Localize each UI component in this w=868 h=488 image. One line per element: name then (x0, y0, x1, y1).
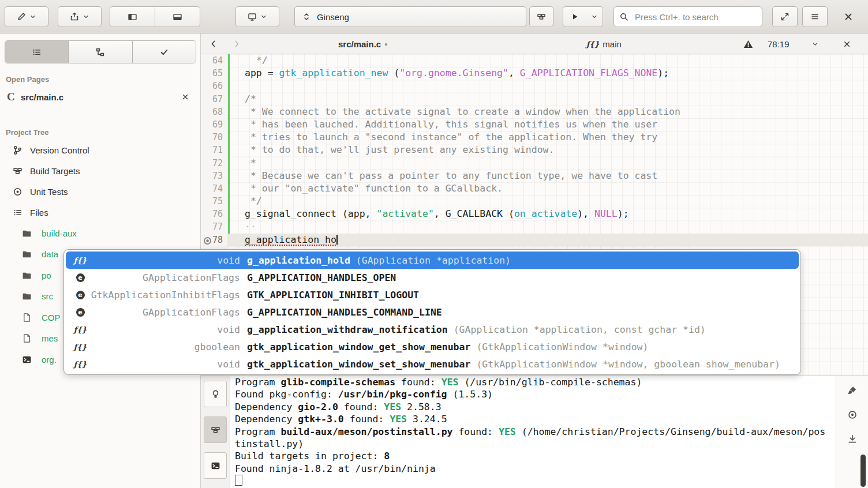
clear-log-brush-icon[interactable] (843, 381, 862, 400)
chevron-down-icon (29, 13, 36, 20)
project-configuration-selector[interactable]: Ginseng (294, 6, 526, 27)
close-editor-button[interactable] (843, 33, 851, 54)
expand-icon (780, 12, 790, 21)
current-symbol-button[interactable]: ƒ{} main (586, 33, 622, 54)
code-line-76[interactable]: 76g_signal_connect (app, "activate", G_C… (201, 208, 868, 220)
tree-icon (95, 47, 105, 57)
code-line-73[interactable]: 73 * Because we can't pass a pointer to … (201, 170, 868, 182)
terminal-tab-button[interactable] (204, 452, 227, 479)
navigate-back-button[interactable] (209, 33, 218, 54)
code-line-69[interactable]: 69 * has been lauched. Additionally, thi… (201, 118, 868, 131)
code-line-64[interactable]: 64 */ (201, 54, 868, 67)
code-line-71[interactable]: 71 * to do that, we'll just present any … (201, 144, 868, 156)
lightbulb-icon (211, 389, 220, 399)
log-scrollbar-thumb[interactable] (860, 455, 866, 487)
modified-indicator: • (384, 39, 387, 49)
code-text: g_application_ho (227, 234, 868, 246)
completion-params: (GtkApplicationWindow *window) (476, 341, 648, 352)
line-number[interactable]: 64 (201, 54, 227, 67)
code-text: /* (227, 93, 868, 106)
completion-name: g_application_hold (247, 255, 350, 266)
c-language-icon: C (7, 91, 21, 103)
project-name-label: Ginseng (317, 12, 349, 22)
code-text: * Because we can't pass a pointer to any… (227, 170, 868, 182)
diagnostics-warning-icon[interactable] (743, 33, 753, 54)
file-icon (22, 333, 42, 343)
code-line-75[interactable]: 75 */ (201, 195, 868, 208)
checkmark-icon (159, 47, 169, 57)
terminal-icon (211, 461, 220, 471)
tree-item-unit-tests[interactable]: Unit Tests (0, 181, 201, 202)
build-output-tab-button[interactable] (204, 416, 227, 443)
completion-item-gtk-application-window-set-show-menubar[interactable]: ƒ{}voidgtk_application_window_set_show_m… (66, 355, 799, 373)
toggle-bottom-panel-button[interactable] (155, 7, 200, 27)
line-number[interactable]: 70 (201, 131, 227, 144)
build-log-line: Found ninja-1.8.2 at /usr/bin/ninja (235, 463, 836, 475)
function-icon: ƒ{} (72, 343, 89, 351)
headerbar: Ginseng (0, 0, 868, 33)
code-line-70[interactable]: 70 * tries to launch a "second instance"… (201, 131, 868, 144)
tree-item-version-control[interactable]: Version Control (0, 140, 201, 160)
completion-item-gtk-application-inhibit-logout[interactable]: eGtkApplicationInhibitFlagsGTK_APPLICATI… (66, 286, 799, 303)
navigate-forward-button[interactable] (232, 33, 241, 54)
run-button[interactable] (563, 6, 587, 27)
save-log-download-icon[interactable] (843, 430, 862, 448)
build-target-button[interactable] (529, 6, 553, 27)
line-number[interactable]: 76 (201, 208, 227, 220)
edit-mode-button[interactable] (5, 6, 48, 27)
line-number[interactable]: 66 (201, 80, 227, 92)
completion-item-g-application-hold[interactable]: ƒ{}voidg_application_hold(GApplication *… (66, 251, 799, 269)
tree-item-build-targets[interactable]: Build Targets (0, 160, 201, 181)
window-close-button[interactable] (833, 6, 863, 27)
code-line-72[interactable]: 72 * (201, 157, 868, 170)
tab-todo[interactable] (132, 41, 196, 63)
completion-item-g-application-handles-command-line[interactable]: eGApplicationFlagsG_APPLICATION_HANDLES_… (66, 303, 799, 321)
device-selector-button[interactable] (235, 6, 279, 27)
toggle-left-panel-button[interactable] (110, 7, 155, 27)
file-item-build-aux[interactable]: build-aux (0, 223, 201, 244)
completion-name: gtk_application_window_set_show_menubar (247, 359, 470, 370)
line-number[interactable]: 68 (201, 106, 227, 118)
code-line-74[interactable]: 74 * our "on_activate" function to a GCa… (201, 182, 868, 195)
line-number[interactable]: 75 (201, 195, 227, 208)
global-search-input[interactable] (613, 6, 762, 27)
code-line-78[interactable]: 78g_application_ho (201, 234, 868, 246)
code-lines: 64 */65app = gtk_application_new ("org.g… (201, 54, 868, 246)
line-number[interactable]: 71 (201, 144, 227, 156)
tab-pages[interactable] (5, 41, 68, 63)
text-cursor (336, 235, 338, 245)
code-text: app = gtk_application_new ("org.gnome.Gi… (227, 67, 868, 80)
updown-chevrons-icon (302, 12, 311, 21)
completion-return-type: GtkApplicationInhibitFlags (89, 290, 240, 301)
tree-item-files[interactable]: Files (0, 202, 201, 223)
tab-tree[interactable] (68, 41, 132, 63)
line-number[interactable]: 74 (201, 182, 227, 195)
line-number[interactable]: 69 (201, 118, 227, 131)
app-menu-button[interactable] (802, 6, 828, 27)
record-log-icon[interactable] (843, 406, 862, 424)
code-line-77[interactable]: 77·· (201, 220, 868, 233)
line-number[interactable]: 72 (201, 157, 227, 170)
completion-item-g-application-withdraw-notification[interactable]: ƒ{}voidg_application_withdraw_notificati… (66, 321, 799, 338)
code-line-65[interactable]: 65app = gtk_application_new ("org.gnome.… (201, 67, 868, 80)
fullscreen-button[interactable] (772, 6, 798, 27)
close-page-icon[interactable] (181, 93, 189, 101)
completion-item-gtk-application-window-get-show-menubar[interactable]: ƒ{}gbooleangtk_application_window_get_sh… (66, 338, 799, 355)
completion-name: g_application_withdraw_notification (247, 324, 448, 335)
export-bundle-button[interactable] (58, 6, 102, 27)
code-line-68[interactable]: 68 * We connect to the activate signal t… (201, 106, 868, 118)
code-line-67[interactable]: 67/* (201, 93, 868, 106)
line-number[interactable]: 73 (201, 170, 227, 182)
line-number[interactable]: 77 (201, 220, 227, 233)
line-number[interactable]: 65 (201, 67, 227, 80)
messages-tab-button[interactable] (204, 381, 227, 407)
open-page-label: src/main.c (21, 92, 181, 102)
completion-return-type: void (89, 359, 240, 370)
open-page-src-main-c[interactable]: C src/main.c (0, 87, 201, 107)
editor-options-dropdown[interactable] (811, 33, 819, 54)
code-line-66[interactable]: 66 (201, 80, 868, 92)
completion-item-g-application-handles-open[interactable]: eGApplicationFlagsG_APPLICATION_HANDLES_… (66, 269, 799, 286)
line-number[interactable]: 67 (201, 93, 227, 106)
run-options-dropdown[interactable] (586, 6, 603, 27)
code-text: * tries to launch a "second instance" of… (227, 131, 868, 144)
